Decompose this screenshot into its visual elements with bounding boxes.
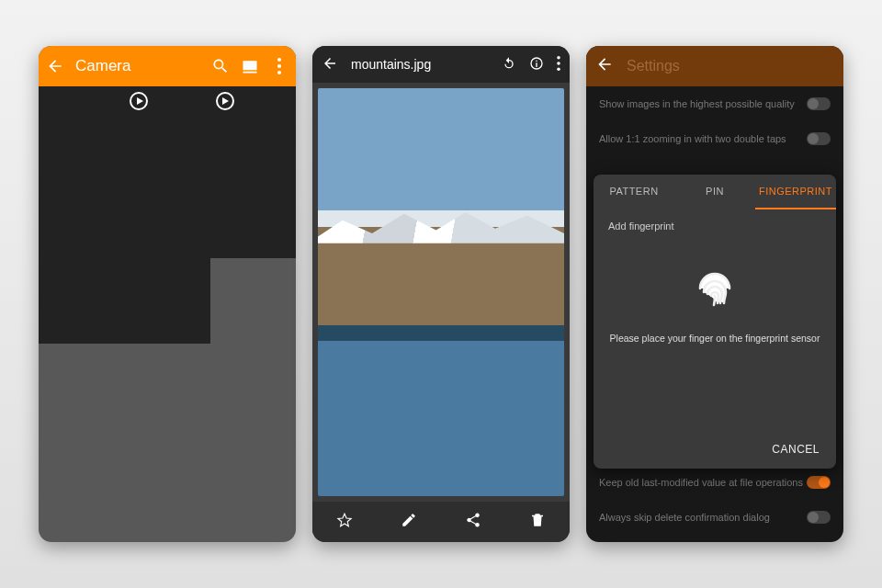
setting-label: Show images in the highest possible qual…: [599, 98, 795, 109]
edit-icon[interactable]: [401, 512, 417, 532]
toggle[interactable]: [807, 97, 831, 110]
lock-method-sheet: PATTERN PIN FINGERPRINT Add fingerprint …: [594, 175, 836, 469]
toggle[interactable]: [807, 132, 831, 145]
setting-label: Allow 1:1 zooming in with two double tap…: [599, 133, 786, 144]
thumbnail-grid: [39, 86, 296, 344]
svg-point-5: [557, 67, 560, 71]
back-icon[interactable]: [595, 55, 614, 77]
gallery-title: Camera: [75, 57, 200, 75]
info-icon[interactable]: [529, 56, 544, 74]
setting-row[interactable]: Always skip delete confirmation dialog: [586, 500, 843, 535]
toggle[interactable]: [807, 511, 831, 524]
thumbnail-video[interactable]: [124, 86, 209, 172]
share-icon[interactable]: [465, 512, 481, 532]
thumbnail[interactable]: [124, 258, 209, 344]
thumbnail[interactable]: [39, 258, 124, 344]
tab-pin[interactable]: PIN: [674, 175, 755, 209]
thumbnail-empty: [210, 258, 296, 344]
thumbnail-video[interactable]: [210, 86, 296, 172]
back-icon[interactable]: [46, 57, 64, 75]
play-icon: [130, 92, 148, 110]
add-fingerprint-label: Add fingerprint: [608, 220, 674, 232]
delete-icon[interactable]: [529, 512, 546, 532]
sheet-body: Add fingerprint Please place your finger…: [594, 209, 836, 430]
svg-point-1: [277, 64, 281, 68]
svg-point-0: [277, 58, 281, 62]
thumbnail[interactable]: [39, 172, 124, 257]
back-icon[interactable]: [322, 55, 338, 74]
svg-point-3: [557, 56, 560, 60]
rotate-icon[interactable]: [502, 56, 516, 74]
setting-row[interactable]: Show images in the highest possible qual…: [586, 86, 843, 121]
settings-screen: Settings Show images in the highest poss…: [586, 46, 843, 542]
tab-fingerprint[interactable]: FINGERPRINT: [755, 175, 836, 209]
image-view[interactable]: [318, 88, 564, 496]
gallery-screen: Camera: [39, 46, 296, 542]
more-icon[interactable]: [557, 56, 560, 74]
tab-pattern[interactable]: PATTERN: [594, 175, 674, 209]
fingerprint-hint: Please place your finger on the fingerpr…: [610, 333, 820, 344]
gallery-appbar: Camera: [39, 46, 296, 86]
setting-label: Always skip delete confirmation dialog: [599, 512, 770, 523]
setting-label: Keep old last-modified value at file ope…: [599, 477, 803, 488]
cancel-button[interactable]: CANCEL: [755, 430, 836, 469]
viewer-screen: mountains.jpg: [312, 46, 570, 542]
thumbnail[interactable]: [39, 86, 124, 172]
svg-point-2: [277, 71, 281, 74]
setting-row[interactable]: Keep old last-modified value at file ope…: [586, 465, 843, 500]
lock-tabs: PATTERN PIN FINGERPRINT: [594, 175, 836, 209]
viewer-bottombar: [312, 502, 570, 542]
play-icon: [216, 92, 234, 110]
fingerprint-icon: [693, 266, 737, 311]
setting-row[interactable]: Allow 1:1 zooming in with two double tap…: [586, 121, 843, 156]
thumbnail[interactable]: [210, 172, 296, 257]
settings-appbar: Settings: [586, 46, 843, 86]
search-icon[interactable]: [211, 57, 230, 75]
more-icon[interactable]: [270, 57, 288, 75]
settings-title: Settings: [627, 58, 680, 74]
favorite-icon[interactable]: [336, 512, 353, 532]
svg-point-4: [557, 62, 560, 65]
filename-label: mountains.jpg: [351, 57, 489, 72]
viewer-topbar: mountains.jpg: [312, 46, 570, 83]
thumbnail[interactable]: [124, 172, 209, 257]
slideshow-icon[interactable]: [241, 57, 259, 75]
toggle[interactable]: [807, 476, 831, 489]
